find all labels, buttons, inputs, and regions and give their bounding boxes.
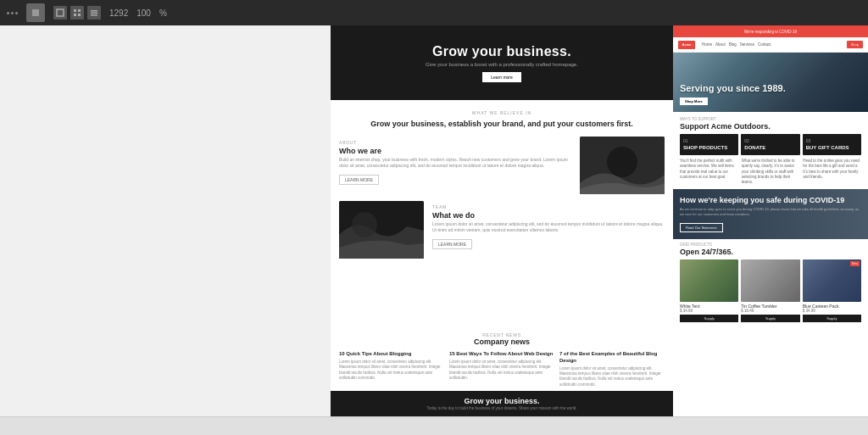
product-price-1: $ 34.99 <box>680 309 738 313</box>
covid-alert-text: We're responding to COVID-19 <box>744 30 797 34</box>
center-panel: Grow your business. Give your business a… <box>331 25 673 416</box>
toolbar-view-icons[interactable] <box>53 6 101 20</box>
bottom-bar <box>0 416 868 435</box>
view-icon-1[interactable] <box>53 6 67 20</box>
view-icon-2[interactable] <box>70 6 84 20</box>
product-img-2 <box>741 259 799 302</box>
product-price-2: $ 16.49 <box>741 309 799 313</box>
product-buy-button-2[interactable]: Supply <box>741 315 799 322</box>
toolbar-percent: % <box>159 8 167 18</box>
nav-item-services[interactable]: Services <box>740 42 754 47</box>
support-card-1-title: SHOP PRODUCTS <box>683 145 735 151</box>
toolbar: 1292 100 % <box>0 0 868 25</box>
center-sections: ABOUT Who we are Build an internet shop,… <box>331 137 673 326</box>
covid-safety-title: How we're keeping you safe during COVID-… <box>680 196 861 206</box>
toolbar-dots <box>7 12 18 14</box>
news-section: RECENT NEWS Company news 10 Quick Tips A… <box>331 326 673 391</box>
product-card-1[interactable]: White Tent $ 34.99 Supply <box>680 259 738 322</box>
right-nav: Acme Home About Blog Services Contact Sh… <box>673 37 868 53</box>
footer-title: Grow your business. <box>464 397 539 405</box>
news-grid: 10 Quick Tips About Blogging Lorem ipsum… <box>339 351 665 388</box>
tagline-heading: Grow your business, establish your brand… <box>364 119 639 130</box>
support-title: Support Acme Outdoors. <box>680 122 861 131</box>
hero-title: Grow your business. <box>432 44 571 59</box>
product-buy-button-1[interactable]: Supply <box>680 315 738 322</box>
center-footer: Grow your business. Today is the day to … <box>331 391 673 416</box>
hero-subtitle: Give your business a boost with a profes… <box>426 62 578 67</box>
right-hero: Serving you since 1989. Shop More <box>673 53 868 112</box>
right-hero-title: Serving you since 1989. <box>680 83 861 94</box>
section-what-image <box>339 201 424 259</box>
product-card-2[interactable]: Tin Coffee Tumbler $ 16.49 Supply <box>741 259 799 322</box>
products-grid: White Tent $ 34.99 Supply Tin Coffee Tum… <box>680 259 861 322</box>
svg-rect-3 <box>78 9 81 12</box>
support-cards: 01 SHOP PRODUCTS 02 DONATE 03 BUY GIFT C… <box>680 134 861 155</box>
support-card-2-num: 02 <box>744 138 796 143</box>
product-new-badge: New <box>850 261 860 266</box>
svg-rect-0 <box>32 9 39 16</box>
section-what-label: TEAM <box>432 204 665 209</box>
svg-rect-8 <box>91 14 97 16</box>
right-products: GRID PRODUCTS Open 24/7/365. White Tent … <box>673 239 868 326</box>
support-col-2-text: What we're thrilled to be able to openly… <box>742 159 800 185</box>
toolbar-size: 1292 <box>109 8 128 18</box>
right-hero-button[interactable]: Shop More <box>680 98 708 105</box>
products-label: GRID PRODUCTS <box>680 243 861 247</box>
svg-point-12 <box>352 212 377 237</box>
svg-rect-7 <box>91 13 97 14</box>
support-card-1-num: 01 <box>683 138 735 143</box>
section-who-label: ABOUT <box>339 140 571 145</box>
section-what-title: What we do <box>432 211 665 220</box>
support-col-1: You'll find the perfect outfit with seam… <box>680 159 738 185</box>
svg-point-10 <box>607 147 637 177</box>
covid-safety-desc: As we continue to stay open to serve you… <box>680 207 861 216</box>
news-item-2-text: Lorem ipsum dolor sit amet, consectetur … <box>449 360 554 381</box>
section-who-we-are: ABOUT Who we are Build an internet shop,… <box>339 137 665 194</box>
right-nav-logo-text: Acme <box>682 42 692 47</box>
section-who-title: Who we are <box>339 147 571 155</box>
news-item-2: 15 Best Ways To Follow About Web Design … <box>449 351 554 388</box>
right-nav-shop-button[interactable]: Shop <box>847 41 863 48</box>
support-col-1-text: You'll find the perfect outfit with seam… <box>680 159 738 180</box>
support-col-2: What we're thrilled to be able to openly… <box>742 159 800 185</box>
section-what-link[interactable]: LEARN MORE <box>432 239 472 249</box>
tagline-small-label: WHAT WE BELIEVE IN <box>364 110 639 115</box>
support-card-3[interactable]: 03 BUY GIFT CARDS <box>803 134 861 155</box>
left-panel <box>0 25 331 416</box>
product-card-3[interactable]: New Blue Canteen Pack $ 34.99 Supply <box>803 259 861 322</box>
nav-item-contact[interactable]: Contact <box>758 42 771 47</box>
covid-safety-button[interactable]: Read Our Statement <box>680 223 723 232</box>
right-nav-items[interactable]: Home About Blog Services Contact <box>702 42 771 47</box>
hero-learn-more-button[interactable]: Learn more <box>482 72 521 82</box>
section-what-desc: Lorem ipsum dolor sit amet, consectetur … <box>432 221 665 234</box>
section-who-link[interactable]: LEARN MORE <box>339 175 379 185</box>
nav-item-blog[interactable]: Blog <box>729 42 737 47</box>
product-img-3: New <box>803 259 861 302</box>
svg-rect-4 <box>74 14 76 16</box>
view-icon-3[interactable] <box>87 6 101 20</box>
section-what-we-do: TEAM What we do Lorem ipsum dolor sit am… <box>339 201 665 259</box>
support-card-2[interactable]: 02 DONATE <box>741 134 799 155</box>
toolbar-zoom: 100 <box>136 8 151 18</box>
nav-item-about[interactable]: About <box>715 42 726 47</box>
support-card-3-num: 03 <box>806 138 858 143</box>
support-label: WAYS TO SUPPORT <box>680 117 861 121</box>
support-col-3-text: Head to the online gear you need for the… <box>803 159 861 180</box>
products-title: Open 24/7/365. <box>680 248 861 256</box>
product-img-1 <box>680 259 738 302</box>
right-panel: We're responding to COVID-19 Acme Home A… <box>673 25 868 416</box>
covid-safety-section: How we're keeping you safe during COVID-… <box>673 189 868 239</box>
main-area: Grow your business. Give your business a… <box>0 25 868 416</box>
footer-text: Today is the day to build the business o… <box>426 406 576 410</box>
nav-item-home[interactable]: Home <box>702 42 712 47</box>
center-hero: Grow your business. Give your business a… <box>331 25 673 100</box>
news-item-1-text: Lorem ipsum dolor sit amet, consectetur … <box>339 360 444 381</box>
section-what-text: TEAM What we do Lorem ipsum dolor sit am… <box>432 201 665 253</box>
section-who-text: ABOUT Who we are Build an internet shop,… <box>339 137 571 188</box>
product-buy-button-3[interactable]: Supply <box>803 315 861 322</box>
support-col-3: Head to the online gear you need for the… <box>803 159 861 185</box>
support-card-1[interactable]: 01 SHOP PRODUCTS <box>680 134 738 155</box>
section-who-image <box>580 137 665 194</box>
right-nav-logo: Acme <box>678 41 695 49</box>
section-who-desc: Build an internet shop, your business wi… <box>339 157 571 170</box>
